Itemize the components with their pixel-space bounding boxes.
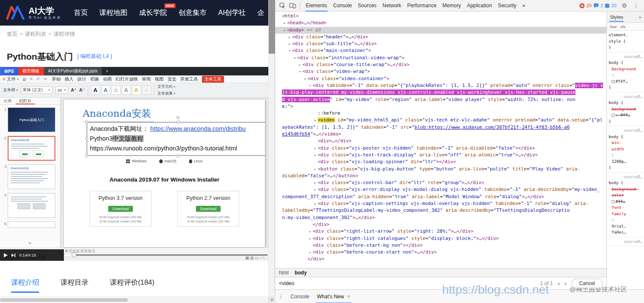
drawer-tab[interactable]: What's New× <box>313 290 354 303</box>
breadcrumb-item[interactable]: 课程列表 <box>25 31 46 37</box>
tree-node[interactable]: ▸<div class="right-list catalogues" styl… <box>275 235 607 242</box>
wps-menu-item[interactable]: 审阅 <box>142 76 151 82</box>
devtools-tab[interactable]: Network <box>380 0 404 12</box>
collapse-arrow-icon[interactable]: ▾ <box>308 82 313 89</box>
tree-node[interactable]: ▾<div class="video-container"> <box>275 75 607 82</box>
font-name-select[interactable]: 宋体 (正文)▾ <box>21 87 52 94</box>
course-tab[interactable]: 课程目录 <box>60 278 89 287</box>
expand-arrow-icon[interactable]: ▸ <box>308 235 313 242</box>
collapse-arrow-icon[interactable]: ▾ <box>297 68 302 75</box>
find-prev-next[interactable]: ∧∨ <box>557 281 567 286</box>
wps-menu-item[interactable]: 插入 <box>65 76 74 82</box>
tree-node[interactable]: ▸<div class="vjs-control-bar" dir="ltr" … <box>275 179 607 186</box>
wordart-style[interactable]: A <box>132 86 141 95</box>
vscroll-thumb[interactable] <box>269 0 275 54</box>
collapse-arrow-icon[interactable]: ▾ <box>287 47 292 54</box>
textbox-button[interactable]: 文本框▾ <box>3 87 18 93</box>
tree-node[interactable]: ▸<div class="right-list-arrow" style="ri… <box>275 228 607 235</box>
devtools-tab[interactable]: Memory <box>440 0 464 12</box>
tree-node[interactable]: ▸<div class="vjs-error-display vjs-modal… <box>275 186 607 193</box>
add-slide-button[interactable]: + <box>0 240 60 248</box>
video-player[interactable]: WPS 稻壳模板 AI大学Python课程ppt.pptx + ≡文件▾ ▤ ✎… <box>0 67 268 261</box>
wps-file-menu[interactable]: ≡文件▾ <box>3 76 19 82</box>
tree-node[interactable]: ▾<div tabindex="-1" data-setup="{"playba… <box>275 82 607 89</box>
wordart-style[interactable]: A <box>142 86 151 95</box>
color-swatch[interactable] <box>612 114 615 117</box>
download-button[interactable]: Download <box>196 206 221 212</box>
tree-node[interactable]: ▸<div class="vjs-caption-settings vjs-mo… <box>275 200 607 207</box>
slide-thumbnail[interactable]: 1Python基础入门 <box>1 107 58 132</box>
text-effect-button[interactable]: 文本效果▾ <box>158 91 175 96</box>
wps-new-tab-button[interactable]: + <box>102 67 112 75</box>
tree-node[interactable]: e;"> <box>275 103 607 110</box>
course-tab[interactable]: 课程介绍 <box>11 278 39 287</box>
kebab-menu-icon[interactable]: ⋮ <box>630 2 641 9</box>
collapse-arrow-icon[interactable]: ▾ <box>282 27 287 34</box>
device-toolbar-icon[interactable] <box>288 1 297 10</box>
tree-node[interactable]: ▸<head>…</head> <box>275 20 607 26</box>
css-source-link[interactable]: courseD… <box>609 54 642 60</box>
expand-arrow-icon[interactable]: ▸ <box>313 117 318 124</box>
tree-node[interactable]: n-my-video_component_382">…</div> <box>275 214 607 221</box>
style-filter[interactable]: :hov <box>609 24 617 29</box>
tree-node[interactable]: ▸<div class="before-course-start non">…<… <box>275 249 607 256</box>
next-icon[interactable] <box>12 254 15 257</box>
view-zoom-icons[interactable]: ▦ ▥ ▭ − + <box>245 256 265 260</box>
css-source-link[interactable]: courseD… <box>609 94 642 100</box>
resize-handle[interactable] <box>177 121 180 124</box>
close-icon[interactable]: × <box>347 294 350 300</box>
vertical-scrollbar[interactable]: ▼ <box>268 0 275 303</box>
expand-arrow-icon[interactable]: ▸ <box>313 166 318 173</box>
cancel-button[interactable]: Cancel <box>572 279 603 288</box>
wps-document-tab[interactable]: AI大学Python课程ppt.pptx <box>44 67 102 75</box>
wps-menu-item[interactable]: 动画 <box>103 76 112 82</box>
tree-node[interactable]: e145d6fb54">…</video> <box>275 131 607 138</box>
expand-arrow-icon[interactable]: ▸ <box>313 186 318 193</box>
play-icon[interactable] <box>4 253 8 257</box>
tree-node[interactable]: d vjs-user-active" id="my-video" role="r… <box>275 96 607 103</box>
gear-icon[interactable]: ⚙ <box>619 2 630 9</box>
text-direction-button[interactable]: 文字方向▾ <box>158 84 175 89</box>
devtools-tab[interactable]: Application <box>464 0 495 12</box>
collapse-arrow-icon[interactable]: ▾ <box>292 55 297 61</box>
slide-thumbnail[interactable]: 3Anaconda安装 <box>1 164 58 189</box>
collapse-arrow-icon[interactable]: ▾ <box>302 75 308 82</box>
font-decrease-icon[interactable]: A⁻ <box>79 88 85 92</box>
more-tabs-icon[interactable]: » <box>639 14 641 20</box>
tree-node[interactable]: <div class="before-start-bg non"></div> <box>275 242 607 249</box>
horizontal-scrollbar[interactable] <box>0 297 268 303</box>
panel-tab[interactable]: 大纲 <box>0 98 15 104</box>
tab-styles[interactable]: Styles <box>610 12 624 22</box>
devtools-tab[interactable]: Elements <box>303 0 330 12</box>
color-swatch[interactable] <box>612 80 615 83</box>
expand-arrow-icon[interactable]: ▸ <box>313 200 318 207</box>
css-source-link[interactable]: courseD… <box>609 174 642 180</box>
wps-docer-tab[interactable]: 稻壳模板 <box>18 67 44 75</box>
chevron-up-icon[interactable]: ∧ <box>557 281 560 286</box>
wps-logo[interactable]: WPS <box>0 67 18 75</box>
expand-arrow-icon[interactable]: ▸ <box>287 34 292 40</box>
slide-textbox[interactable]: Anaconda下载网址： https://www.anaconda.com/d… <box>86 122 265 156</box>
slide-thumbnail[interactable]: 2Anaconda安装 <box>1 136 58 161</box>
tree-node[interactable]: ▸<div class="course-title-wrap">…</div> <box>275 61 607 68</box>
tree-node[interactable]: ▾<body> == $0 <box>275 27 607 34</box>
css-source-link[interactable]: courseD… <box>609 127 642 134</box>
tree-node[interactable]: ▸<video id="my-video_html5_api" class="v… <box>275 117 607 124</box>
font-increase-icon[interactable]: A⁺ <box>71 88 77 92</box>
nav-item[interactable]: 企 <box>257 8 264 17</box>
resize-handle[interactable] <box>85 154 88 157</box>
wps-menu-item[interactable]: 开始 <box>52 76 61 82</box>
style-filter[interactable]: .cls <box>619 24 625 29</box>
console-badges[interactable]: 20 2 20 <box>579 3 618 9</box>
drawer-tab[interactable]: Console <box>287 290 313 303</box>
wps-menu-item[interactable]: 开发工具 <box>180 76 198 82</box>
nav-item[interactable]: 课程地图 <box>99 8 127 17</box>
devtools-tab[interactable]: » <box>519 0 528 12</box>
slide-thumbnail[interactable]: 5 <box>1 222 58 228</box>
tree-node[interactable]: ▸<div class="vjs-poster vjs-hidden" tabi… <box>275 145 607 152</box>
quick-access-icons[interactable]: ▤ ✎ ↶ ↷ <box>23 77 48 81</box>
devtools-tab[interactable]: Performance <box>404 0 440 12</box>
wps-menu-item[interactable]: 设计 <box>78 76 86 82</box>
expand-arrow-icon[interactable]: ▸ <box>313 145 318 152</box>
panel-tab[interactable]: 幻灯片 <box>16 98 35 104</box>
